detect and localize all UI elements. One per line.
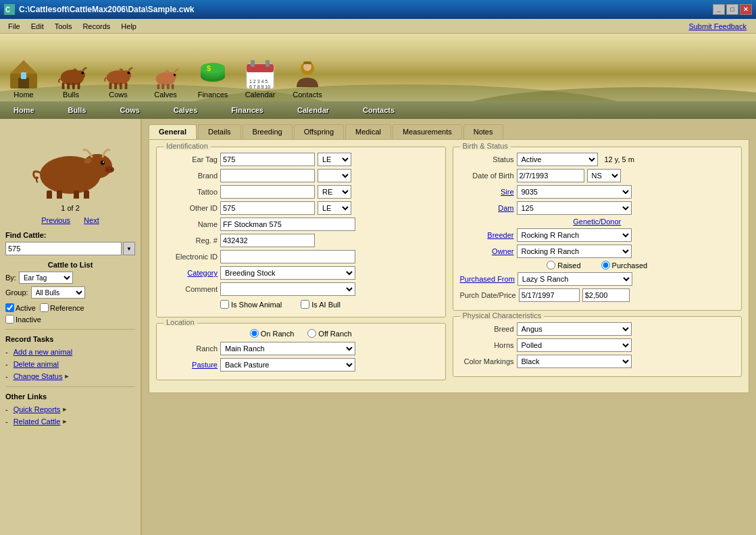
nav-calves[interactable]: Calves (167, 105, 204, 116)
owner-row: Owner Rocking R Ranch (460, 245, 735, 258)
birth-status-section: Birth & Status Status Active 12 y, 5 m D… (453, 147, 742, 311)
nav-home[interactable]: Home (7, 105, 41, 116)
dob-input[interactable] (517, 169, 584, 182)
menu-tools[interactable]: Tools (49, 21, 78, 32)
quick-reports-link[interactable]: Quick Reports (9, 405, 61, 413)
tab-general[interactable]: General (149, 124, 197, 139)
purch-date-input[interactable] (519, 288, 580, 302)
find-cattle-dropdown[interactable]: ▼ (123, 242, 135, 255)
comment-select[interactable] (220, 282, 355, 296)
off-ranch-radio[interactable] (307, 329, 316, 338)
by-select[interactable]: Ear Tag (19, 272, 73, 284)
nav-finances[interactable]: Finances (224, 105, 270, 116)
dam-select[interactable]: 125 (517, 201, 632, 215)
category-select[interactable]: Breeding Stock (220, 266, 355, 280)
reg-input[interactable] (220, 234, 315, 247)
previous-link[interactable]: Previous (41, 216, 70, 224)
nav-calendar[interactable]: Calendar (291, 105, 336, 116)
ear-tag-suffix-select[interactable]: LE (318, 153, 351, 166)
menu-help[interactable]: Help (116, 21, 142, 32)
nav-cows[interactable]: Cows (113, 105, 146, 116)
inactive-checkbox[interactable] (5, 315, 14, 324)
window-controls: _ □ ✕ (713, 4, 752, 15)
other-id-input[interactable] (220, 201, 315, 215)
sire-label[interactable]: Sire (460, 188, 514, 196)
color-select[interactable]: Black (517, 355, 632, 368)
owner-select[interactable]: Rocking R Ranch (517, 245, 632, 258)
pasture-select[interactable]: Back Pasture (220, 358, 355, 372)
birth-status-title: Birth & Status (460, 142, 511, 150)
window-title: C:\Cattlesoft\CattleMax2006\Data\Sample.… (19, 5, 713, 14)
group-select[interactable]: All Bulls (31, 286, 85, 299)
name-row: Name (163, 218, 438, 231)
delete-animal-link[interactable]: Delete animal (9, 360, 59, 368)
nav-contacts[interactable]: Contacts (356, 105, 401, 116)
menu-file[interactable]: File (3, 21, 26, 32)
category-label[interactable]: Category (163, 269, 218, 277)
tattoo-input[interactable] (220, 185, 315, 199)
menu-edit[interactable]: Edit (26, 21, 49, 32)
svg-rect-21 (120, 82, 122, 89)
tab-measurements[interactable]: Measurements (393, 124, 462, 139)
status-select[interactable]: Active (517, 153, 598, 166)
toolbar-calves[interactable]: Calves (149, 57, 182, 99)
show-animal-checkbox[interactable] (220, 300, 229, 309)
owner-label[interactable]: Owner (460, 247, 514, 255)
brand-suffix-select[interactable] (318, 169, 351, 182)
submit-feedback-link[interactable]: Submit Feedback (688, 22, 753, 30)
toolbar-calendar[interactable]: 1 2 3 4 5 6 7 8 9 10 Calendar (243, 57, 277, 99)
breeder-select[interactable]: Rocking R Ranch (517, 228, 632, 242)
electronic-id-input[interactable] (220, 250, 355, 263)
tab-medical[interactable]: Medical (345, 124, 391, 139)
change-status-link[interactable]: Change Status (9, 372, 63, 380)
ai-bull-checkbox[interactable] (301, 300, 309, 309)
purchased-from-select[interactable]: Lazy S Ranch (518, 272, 632, 286)
dam-label[interactable]: Dam (460, 204, 514, 212)
breed-select[interactable]: Angus (517, 322, 632, 336)
tattoo-suffix-select[interactable]: RE (318, 185, 351, 199)
toolbar-finances[interactable]: $ Finances (196, 57, 230, 99)
tab-notes[interactable]: Notes (463, 124, 503, 139)
toolbar-contacts[interactable]: Contacts (291, 57, 324, 99)
toolbar-area: Home Bulls (0, 34, 756, 101)
next-link[interactable]: Next (84, 216, 99, 224)
brand-input[interactable] (220, 169, 315, 182)
nav-bulls[interactable]: Bulls (61, 105, 93, 116)
tab-offspring[interactable]: Offspring (294, 124, 344, 139)
toolbar-home[interactable]: Home (7, 57, 41, 99)
purchased-radio[interactable] (601, 261, 610, 270)
purch-price-input[interactable] (582, 288, 630, 302)
genetic-donor-link[interactable]: Genetic/Donor (573, 218, 621, 226)
inactive-checkbox-item: Inactive (5, 315, 41, 324)
horns-select[interactable]: Polled (517, 338, 632, 352)
pasture-label[interactable]: Pasture (163, 361, 218, 369)
purchased-from-label[interactable]: Purchased From (460, 275, 515, 283)
find-cattle-input[interactable] (5, 242, 122, 255)
menu-records[interactable]: Records (77, 21, 116, 32)
physical-title: Physical Characteristics (460, 311, 545, 320)
active-checkbox[interactable] (5, 303, 14, 312)
minimize-button[interactable]: _ (713, 4, 725, 15)
ranch-select[interactable]: Main Ranch (220, 342, 355, 355)
sire-select[interactable]: 9035 (517, 185, 632, 199)
reference-checkbox[interactable] (40, 303, 49, 312)
toolbar-bulls[interactable]: Bulls (54, 57, 88, 99)
tab-details[interactable]: Details (198, 124, 241, 139)
related-cattle-link[interactable]: Related Cattle (9, 417, 61, 426)
svg-rect-14 (72, 82, 75, 89)
breeder-label[interactable]: Breeder (460, 231, 514, 239)
toolbar-cows[interactable]: Cows (101, 57, 135, 99)
svg-point-18 (127, 72, 130, 74)
raised-radio[interactable] (547, 261, 555, 270)
close-button[interactable]: ✕ (740, 4, 752, 15)
identification-section: Identification Ear Tag LE Brand (156, 147, 446, 317)
on-ranch-radio[interactable] (250, 329, 259, 338)
by-row: By: Ear Tag (5, 272, 135, 284)
maximize-button[interactable]: □ (726, 4, 738, 15)
tab-breeding[interactable]: Breeding (243, 124, 293, 139)
other-id-suffix-select[interactable]: LE (318, 201, 351, 215)
name-input[interactable] (220, 218, 355, 231)
ear-tag-input[interactable] (220, 153, 315, 166)
add-animal-link[interactable]: Add a new animal (9, 348, 72, 356)
dob-suffix-select[interactable]: NS (587, 169, 621, 182)
